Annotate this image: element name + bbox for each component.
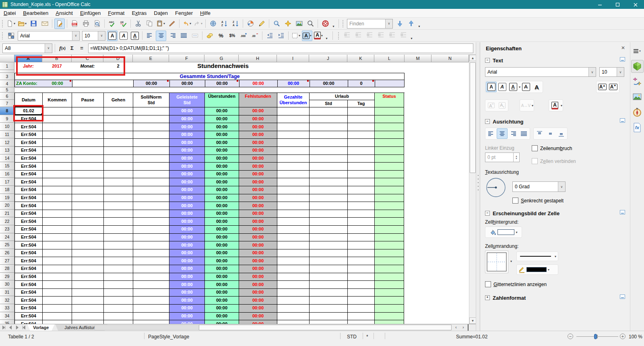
cell-g30[interactable]: 00:00 — [205, 281, 239, 289]
font-color-button[interactable]: A▾ — [313, 31, 324, 41]
cell-i8[interactable] — [277, 107, 310, 115]
show-gridlines-checkbox[interactable]: Gitternetzlinien anzeigen — [485, 281, 547, 287]
cell-k9[interactable] — [348, 115, 375, 124]
column-header-K[interactable]: K — [347, 55, 374, 62]
cell-b20[interactable] — [43, 202, 72, 210]
cell-b15[interactable] — [43, 163, 72, 171]
cell-l28[interactable] — [375, 265, 404, 273]
cell-e32[interactable] — [133, 297, 169, 305]
superscript-button[interactable]: Aᴴ — [486, 100, 497, 111]
close-icon[interactable]: ✕ — [620, 45, 626, 51]
menu-format[interactable]: Format — [104, 9, 128, 17]
row-header-21[interactable]: 21 — [0, 210, 14, 218]
cell-a14[interactable]: Err:504 — [15, 155, 43, 163]
italic-button[interactable]: A — [497, 82, 508, 92]
cell-l32[interactable] — [375, 297, 404, 305]
zoom-button[interactable] — [305, 19, 316, 29]
align-justify-button[interactable] — [518, 128, 529, 139]
cell-e29[interactable] — [133, 273, 169, 281]
sidebar-splitter[interactable] — [476, 42, 480, 331]
find-input[interactable]: Finden∨ — [347, 19, 393, 29]
cell-background-button[interactable]: ▾ — [485, 227, 522, 238]
spinner-arrows-icon[interactable]: ▲▼ — [513, 153, 519, 162]
cell-a25[interactable]: Err:504 — [15, 241, 43, 249]
cell-b26[interactable] — [43, 249, 72, 257]
cell-k29[interactable] — [348, 273, 375, 281]
cell-d14[interactable] — [104, 155, 133, 163]
cell-e20[interactable] — [133, 202, 169, 210]
hscroll-right-button[interactable]: › — [460, 324, 467, 331]
dialog-launcher-icon[interactable] — [620, 57, 625, 62]
cell-c18[interactable] — [72, 186, 104, 194]
cell-a21[interactable]: Err:504 — [15, 210, 43, 218]
cell-e23[interactable] — [133, 226, 169, 234]
cell-a18[interactable]: Err:504 — [15, 186, 43, 194]
row-header-11[interactable]: 11 — [0, 131, 14, 139]
cell-c13[interactable] — [72, 147, 104, 155]
cell-f23[interactable]: 00:00 — [169, 226, 205, 234]
cell-k14[interactable] — [348, 155, 375, 163]
cell-l23[interactable] — [375, 226, 404, 234]
cell-f24[interactable]: 00:00 — [169, 234, 205, 242]
char-spacing-button[interactable]: A↔V — [520, 100, 531, 111]
row-header-24[interactable]: 24 — [0, 233, 14, 241]
cell-h17[interactable]: 00:00 — [239, 178, 277, 186]
cell-h9[interactable]: 00:00 — [239, 115, 277, 124]
show-gridlines-checkbox-box[interactable] — [485, 281, 491, 287]
cell-f29[interactable]: 00:00 — [169, 273, 205, 281]
cell-h20[interactable]: 00:00 — [239, 202, 277, 210]
row-header-26[interactable]: 26 — [0, 249, 14, 257]
obj-align-top-button[interactable] — [376, 31, 386, 41]
valign-top-button[interactable] — [534, 128, 545, 139]
cell-j10[interactable] — [310, 123, 348, 131]
menu-daten[interactable]: Daten — [150, 9, 171, 17]
cell-j28[interactable] — [310, 265, 348, 273]
bold-button[interactable]: A — [107, 31, 118, 41]
cell-c4-d4-empty[interactable] — [72, 80, 133, 87]
decrease-indent-button[interactable] — [264, 31, 275, 41]
cell-d24[interactable] — [104, 234, 133, 242]
tab-next-button[interactable] — [14, 324, 20, 331]
save-button[interactable] — [28, 19, 39, 29]
toolbar-overflow-button[interactable]: ▾ — [324, 31, 329, 41]
zoom-out-button[interactable]: − — [568, 334, 573, 339]
cell-c34[interactable] — [72, 313, 104, 321]
cell-i30[interactable] — [277, 281, 310, 289]
toolbar-overflow-button[interactable]: ▾ — [409, 31, 414, 41]
cell-k35[interactable] — [348, 320, 375, 324]
cell-a24[interactable]: Err:504 — [15, 234, 43, 242]
cell-g21[interactable]: 00:00 — [205, 210, 239, 218]
menu-hilfe[interactable]: Hilfe — [196, 9, 214, 17]
column-header-G[interactable]: G — [204, 55, 239, 62]
cell-l31[interactable] — [375, 289, 404, 297]
dialog-launcher-icon[interactable] — [620, 118, 625, 123]
cell-g14[interactable]: 00:00 — [205, 155, 239, 163]
row-header-25[interactable]: 25 — [0, 241, 14, 249]
row-header-15[interactable]: 15 — [0, 162, 14, 170]
sheet-tab-vorlage[interactable]: Vorlage — [27, 324, 54, 331]
section-number-format[interactable]: +Zahlenformat — [480, 293, 630, 302]
cell-b24[interactable] — [43, 234, 72, 242]
cell-d12[interactable] — [104, 139, 133, 147]
cell-a32[interactable]: Err:504 — [15, 297, 43, 305]
cell-c24[interactable] — [72, 234, 104, 242]
cell-b16[interactable] — [43, 171, 72, 179]
cell-h33[interactable]: 00:00 — [239, 305, 277, 313]
row-header-4[interactable]: 4 — [0, 80, 14, 87]
row-header-8[interactable]: 8 — [0, 107, 14, 115]
cell-b35[interactable] — [43, 320, 72, 324]
cell-i25[interactable] — [277, 241, 310, 249]
align-center-button[interactable] — [497, 128, 508, 139]
cell-j9[interactable] — [310, 115, 348, 124]
cell-b34[interactable] — [43, 313, 72, 321]
row-header-16[interactable]: 16 — [0, 170, 14, 178]
cell-g34[interactable]: 00:00 — [205, 313, 239, 321]
cell-h23[interactable]: 00:00 — [239, 226, 277, 234]
cell-j29[interactable] — [310, 273, 348, 281]
cell-f31[interactable]: 00:00 — [169, 289, 205, 297]
minimize-button[interactable] — [591, 0, 609, 9]
cell-k17[interactable] — [348, 178, 375, 186]
cut-button[interactable] — [133, 19, 143, 29]
cell-b28[interactable] — [43, 265, 72, 273]
obj-align-center-button[interactable] — [353, 31, 363, 41]
